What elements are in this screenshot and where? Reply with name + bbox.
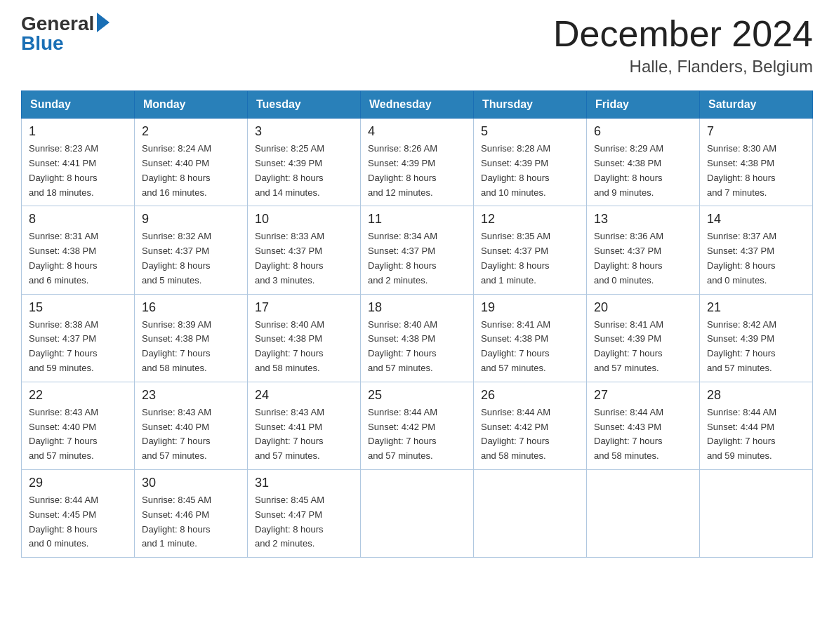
day-info: Sunrise: 8:45 AMSunset: 4:47 PMDaylight:…	[255, 493, 353, 551]
calendar-cell: 26 Sunrise: 8:44 AMSunset: 4:42 PMDaylig…	[474, 382, 587, 469]
calendar-week-row: 29 Sunrise: 8:44 AMSunset: 4:45 PMDaylig…	[22, 469, 813, 557]
calendar-cell: 4 Sunrise: 8:26 AMSunset: 4:39 PMDayligh…	[361, 119, 474, 206]
calendar-cell: 22 Sunrise: 8:43 AMSunset: 4:40 PMDaylig…	[22, 382, 135, 469]
calendar-cell: 6 Sunrise: 8:29 AMSunset: 4:38 PMDayligh…	[587, 119, 700, 206]
day-number: 24	[255, 388, 353, 403]
day-info: Sunrise: 8:38 AMSunset: 4:37 PMDaylight:…	[29, 318, 127, 376]
day-number: 13	[594, 212, 692, 227]
calendar-day-header: Saturday	[700, 91, 813, 119]
day-number: 9	[142, 212, 240, 227]
calendar-table: SundayMondayTuesdayWednesdayThursdayFrid…	[21, 90, 813, 558]
day-info: Sunrise: 8:33 AMSunset: 4:37 PMDaylight:…	[255, 229, 353, 288]
calendar-week-row: 22 Sunrise: 8:43 AMSunset: 4:40 PMDaylig…	[22, 382, 813, 469]
location-subtitle: Halle, Flanders, Belgium	[553, 57, 813, 76]
day-info: Sunrise: 8:44 AMSunset: 4:42 PMDaylight:…	[481, 405, 579, 464]
day-info: Sunrise: 8:40 AMSunset: 4:38 PMDaylight:…	[368, 318, 466, 376]
day-number: 20	[594, 300, 692, 315]
day-info: Sunrise: 8:44 AMSunset: 4:42 PMDaylight:…	[368, 405, 466, 464]
day-number: 31	[255, 476, 353, 490]
calendar-cell: 25 Sunrise: 8:44 AMSunset: 4:42 PMDaylig…	[361, 382, 474, 469]
day-info: Sunrise: 8:39 AMSunset: 4:38 PMDaylight:…	[142, 318, 240, 376]
day-info: Sunrise: 8:30 AMSunset: 4:38 PMDaylight:…	[707, 142, 805, 200]
day-number: 29	[29, 476, 127, 490]
day-info: Sunrise: 8:37 AMSunset: 4:37 PMDaylight:…	[707, 229, 805, 288]
calendar-cell: 3 Sunrise: 8:25 AMSunset: 4:39 PMDayligh…	[248, 119, 361, 206]
calendar-cell: 28 Sunrise: 8:44 AMSunset: 4:44 PMDaylig…	[700, 382, 813, 469]
calendar-day-header: Friday	[587, 91, 700, 119]
calendar-cell: 21 Sunrise: 8:42 AMSunset: 4:39 PMDaylig…	[700, 294, 813, 382]
day-number: 10	[255, 212, 353, 227]
calendar-day-header: Monday	[135, 91, 248, 119]
day-number: 30	[142, 476, 240, 490]
day-info: Sunrise: 8:23 AMSunset: 4:41 PMDaylight:…	[29, 142, 127, 200]
day-info: Sunrise: 8:26 AMSunset: 4:39 PMDaylight:…	[368, 142, 466, 200]
day-info: Sunrise: 8:28 AMSunset: 4:39 PMDaylight:…	[481, 142, 579, 200]
day-info: Sunrise: 8:24 AMSunset: 4:40 PMDaylight:…	[142, 142, 240, 200]
calendar-header-row: SundayMondayTuesdayWednesdayThursdayFrid…	[22, 91, 813, 119]
page-header: General Blue December 2024 Halle, Flande…	[21, 14, 813, 76]
calendar-cell: 12 Sunrise: 8:35 AMSunset: 4:37 PMDaylig…	[474, 206, 587, 294]
day-info: Sunrise: 8:43 AMSunset: 4:40 PMDaylight:…	[29, 405, 127, 464]
day-number: 8	[29, 212, 127, 227]
calendar-cell: 2 Sunrise: 8:24 AMSunset: 4:40 PMDayligh…	[135, 119, 248, 206]
day-info: Sunrise: 8:41 AMSunset: 4:39 PMDaylight:…	[594, 318, 692, 376]
calendar-cell: 30 Sunrise: 8:45 AMSunset: 4:46 PMDaylig…	[135, 469, 248, 557]
calendar-cell: 31 Sunrise: 8:45 AMSunset: 4:47 PMDaylig…	[248, 469, 361, 557]
day-info: Sunrise: 8:45 AMSunset: 4:46 PMDaylight:…	[142, 493, 240, 551]
day-number: 27	[594, 388, 692, 403]
day-number: 6	[594, 124, 692, 139]
day-number: 3	[255, 124, 353, 139]
day-number: 15	[29, 300, 127, 315]
calendar-cell: 13 Sunrise: 8:36 AMSunset: 4:37 PMDaylig…	[587, 206, 700, 294]
day-info: Sunrise: 8:32 AMSunset: 4:37 PMDaylight:…	[142, 229, 240, 288]
calendar-cell	[474, 469, 587, 557]
day-number: 12	[481, 212, 579, 227]
calendar-cell: 23 Sunrise: 8:43 AMSunset: 4:40 PMDaylig…	[135, 382, 248, 469]
calendar-cell: 29 Sunrise: 8:44 AMSunset: 4:45 PMDaylig…	[22, 469, 135, 557]
calendar-day-header: Sunday	[22, 91, 135, 119]
day-number: 26	[481, 388, 579, 403]
day-number: 4	[368, 124, 466, 139]
calendar-week-row: 1 Sunrise: 8:23 AMSunset: 4:41 PMDayligh…	[22, 119, 813, 206]
calendar-cell: 7 Sunrise: 8:30 AMSunset: 4:38 PMDayligh…	[700, 119, 813, 206]
calendar-day-header: Wednesday	[361, 91, 474, 119]
day-number: 14	[707, 212, 805, 227]
day-info: Sunrise: 8:36 AMSunset: 4:37 PMDaylight:…	[594, 229, 692, 288]
calendar-cell	[587, 469, 700, 557]
calendar-cell: 8 Sunrise: 8:31 AMSunset: 4:38 PMDayligh…	[22, 206, 135, 294]
day-number: 16	[142, 300, 240, 315]
calendar-week-row: 15 Sunrise: 8:38 AMSunset: 4:37 PMDaylig…	[22, 294, 813, 382]
title-block: December 2024 Halle, Flanders, Belgium	[553, 14, 813, 76]
calendar-cell: 14 Sunrise: 8:37 AMSunset: 4:37 PMDaylig…	[700, 206, 813, 294]
day-info: Sunrise: 8:43 AMSunset: 4:41 PMDaylight:…	[255, 405, 353, 464]
day-number: 22	[29, 388, 127, 403]
calendar-cell	[700, 469, 813, 557]
calendar-cell: 16 Sunrise: 8:39 AMSunset: 4:38 PMDaylig…	[135, 294, 248, 382]
calendar-cell: 19 Sunrise: 8:41 AMSunset: 4:38 PMDaylig…	[474, 294, 587, 382]
day-number: 23	[142, 388, 240, 403]
day-info: Sunrise: 8:29 AMSunset: 4:38 PMDaylight:…	[594, 142, 692, 200]
calendar-cell: 18 Sunrise: 8:40 AMSunset: 4:38 PMDaylig…	[361, 294, 474, 382]
day-number: 5	[481, 124, 579, 139]
day-number: 28	[707, 388, 805, 403]
day-number: 17	[255, 300, 353, 315]
calendar-day-header: Thursday	[474, 91, 587, 119]
calendar-cell: 11 Sunrise: 8:34 AMSunset: 4:37 PMDaylig…	[361, 206, 474, 294]
day-number: 1	[29, 124, 127, 139]
calendar-cell: 5 Sunrise: 8:28 AMSunset: 4:39 PMDayligh…	[474, 119, 587, 206]
day-info: Sunrise: 8:35 AMSunset: 4:37 PMDaylight:…	[481, 229, 579, 288]
calendar-cell: 20 Sunrise: 8:41 AMSunset: 4:39 PMDaylig…	[587, 294, 700, 382]
logo: General Blue	[21, 14, 110, 53]
day-info: Sunrise: 8:42 AMSunset: 4:39 PMDaylight:…	[707, 318, 805, 376]
day-info: Sunrise: 8:44 AMSunset: 4:44 PMDaylight:…	[707, 405, 805, 464]
day-number: 2	[142, 124, 240, 139]
logo-arrow-icon	[97, 13, 110, 32]
day-number: 11	[368, 212, 466, 227]
day-number: 18	[368, 300, 466, 315]
day-info: Sunrise: 8:44 AMSunset: 4:43 PMDaylight:…	[594, 405, 692, 464]
logo-general-text: General	[21, 14, 94, 34]
logo-blue-text: Blue	[21, 34, 64, 53]
day-info: Sunrise: 8:43 AMSunset: 4:40 PMDaylight:…	[142, 405, 240, 464]
day-info: Sunrise: 8:44 AMSunset: 4:45 PMDaylight:…	[29, 493, 127, 551]
day-number: 25	[368, 388, 466, 403]
